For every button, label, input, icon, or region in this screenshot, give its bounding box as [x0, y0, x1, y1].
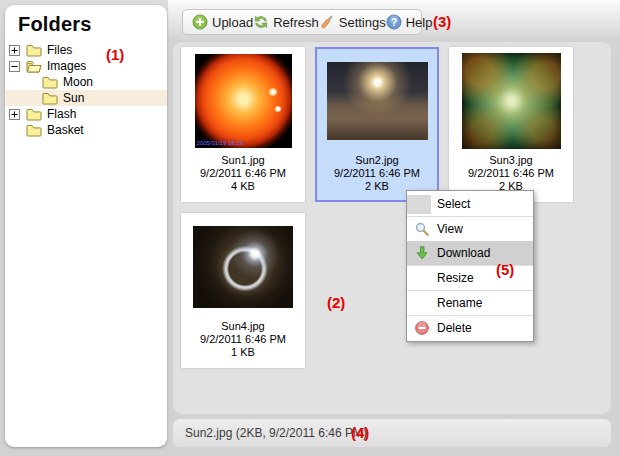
help-icon: ? [386, 14, 402, 30]
menu-item-label: Resize [437, 271, 474, 285]
menu-item-label: Rename [437, 296, 482, 310]
file-size: 4 KB [231, 180, 255, 193]
menu-item-view[interactable]: View [407, 217, 533, 241]
tree-item-basket[interactable]: Basket [5, 122, 167, 138]
upload-label: Upload [212, 15, 253, 30]
menu-item-label: Select [437, 197, 470, 211]
tree-item-flash[interactable]: Flash [5, 106, 167, 122]
menu-item-select[interactable]: Select [407, 192, 533, 216]
delete-icon [415, 321, 429, 335]
file-card-sun4[interactable]: Sun4.jpg 9/2/2011 6:46 PM 1 KB [181, 213, 305, 368]
menu-item-label: Download [437, 246, 490, 260]
folder-icon [42, 76, 58, 89]
blank-icon-placeholder [407, 195, 431, 214]
context-menu: Select View Download Resize Rename Delet… [406, 190, 534, 342]
sun3-thumbnail-image [462, 53, 561, 149]
file-name: Sun4.jpg [221, 320, 264, 333]
tree-item-sun[interactable]: Sun [5, 90, 167, 106]
menu-item-label: Delete [437, 321, 472, 335]
tree-item-label: Moon [63, 75, 93, 89]
tree-item-label: Files [47, 43, 72, 57]
file-date: 9/2/2011 6:46 PM [200, 333, 286, 346]
tree-item-label: Images [47, 59, 86, 73]
file-name: Sun3.jpg [489, 154, 532, 167]
refresh-button[interactable]: Refresh [253, 14, 319, 30]
file-name: Sun2.jpg [355, 154, 398, 167]
menu-item-delete[interactable]: Delete [407, 316, 533, 340]
tree-item-moon[interactable]: Moon [5, 74, 167, 90]
folders-title: Folders [18, 13, 167, 36]
refresh-icon [253, 14, 269, 30]
file-size: 1 KB [231, 346, 255, 359]
upload-button[interactable]: Upload [192, 14, 253, 30]
folder-icon [26, 44, 42, 57]
file-card-sun3[interactable]: Sun3.jpg 9/2/2011 6:46 PM 2 KB [449, 47, 573, 202]
help-button[interactable]: ? Help [386, 14, 433, 30]
svg-text:?: ? [391, 17, 397, 28]
tree-item-label: Basket [47, 123, 84, 137]
annotation-5: (5) [496, 261, 514, 278]
annotation-2: (2) [327, 294, 345, 311]
annotation-4: (4) [351, 424, 369, 441]
file-date: 9/2/2011 6:46 PM [468, 167, 554, 180]
tree-item-label: Flash [47, 107, 76, 121]
folder-icon [26, 124, 42, 137]
tree-item-label: Sun [63, 91, 84, 105]
file-list-panel: 2005/01/19 18:19 Sun1.jpg 9/2/2011 6:46 … [173, 42, 611, 414]
expand-icon[interactable] [9, 109, 20, 120]
sun4-thumbnail-image [193, 226, 293, 308]
annotation-3: (3) [433, 13, 451, 30]
collapse-icon[interactable] [9, 61, 20, 72]
file-card-sun1[interactable]: 2005/01/19 18:19 Sun1.jpg 9/2/2011 6:46 … [181, 47, 305, 202]
expand-icon[interactable] [9, 45, 20, 56]
file-name: Sun1.jpg [221, 154, 264, 167]
menu-item-rename[interactable]: Rename [407, 291, 533, 315]
status-bar: Sun2.jpg (2KB, 9/2/2011 6:46 PM) [173, 419, 611, 447]
menu-item-label: View [437, 222, 463, 236]
file-date: 9/2/2011 6:46 PM [334, 167, 420, 180]
refresh-label: Refresh [273, 15, 319, 30]
sun1-thumbnail-image: 2005/01/19 18:19 [195, 54, 292, 148]
folder-open-icon [26, 60, 42, 73]
annotation-1: (1) [106, 46, 124, 63]
settings-label: Settings [339, 15, 386, 30]
magnifier-icon [415, 222, 429, 236]
status-text: Sun2.jpg (2KB, 9/2/2011 6:46 PM) [185, 426, 367, 440]
folder-icon [42, 92, 58, 105]
folders-panel: Folders Files Images Moon Sun Flash Bask… [5, 5, 167, 447]
tree-item-images[interactable]: Images [5, 58, 167, 74]
settings-button[interactable]: Settings [319, 14, 386, 30]
download-icon [416, 246, 429, 260]
settings-icon [319, 14, 335, 30]
sun2-thumbnail-image [327, 62, 428, 140]
image-timestamp-overlay: 2005/01/19 18:19 [197, 140, 244, 146]
help-label: Help [406, 15, 433, 30]
file-date: 9/2/2011 6:46 PM [200, 167, 286, 180]
file-card-sun2[interactable]: Sun2.jpg 9/2/2011 6:46 PM 2 KB [315, 47, 439, 202]
upload-icon [192, 14, 208, 30]
tree-item-files[interactable]: Files [5, 42, 167, 58]
file-size: 2 KB [365, 180, 389, 193]
folder-icon [26, 108, 42, 121]
toolbar: Upload Refresh Settings ? Help [182, 9, 422, 35]
